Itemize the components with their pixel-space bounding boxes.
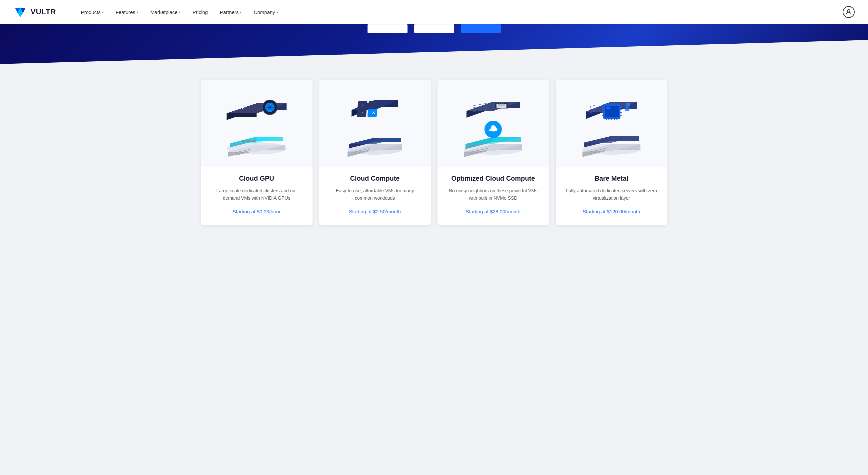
svg-rect-96 (606, 107, 611, 109)
products-grid: GPU (201, 80, 668, 225)
svg-rect-116 (626, 103, 630, 106)
cloud-gpu-desc: Large-scale dedicated clusters and on-de… (210, 187, 303, 202)
optimized-compute-price[interactable]: Starting at $28.00/month (466, 209, 521, 214)
chevron-down-icon: ▾ (136, 10, 138, 14)
user-menu[interactable] (843, 6, 855, 18)
svg-rect-110 (606, 119, 607, 120)
cloud-compute-content: Cloud Compute Easy-to-use, affordable VM… (319, 167, 431, 214)
chevron-down-icon: ▾ (179, 10, 181, 14)
svg-rect-97 (602, 107, 603, 108)
navbar: VULTR Products ▾ Features ▾ Marketplace … (0, 0, 868, 24)
svg-rect-102 (620, 109, 622, 110)
compute-svg-icon: + - ÷ × (342, 90, 408, 157)
cloud-compute-desc: Easy-to-use, affordable VMs for many com… (329, 187, 422, 202)
brand-name: VULTR (31, 8, 56, 16)
svg-rect-115 (625, 106, 629, 111)
svg-rect-106 (609, 103, 610, 104)
svg-point-91 (593, 105, 595, 106)
user-avatar-icon[interactable] (843, 6, 855, 18)
svg-point-3 (847, 10, 850, 12)
optimized-compute-content: Optimized Cloud Compute No noisy neighbo… (437, 167, 549, 214)
cloud-compute-title: Cloud Compute (350, 175, 400, 182)
nav-item-features[interactable]: Features ▾ (111, 7, 143, 18)
product-card-bare-metal[interactable]: Bare Metal Fully automated dedicated ser… (556, 80, 668, 225)
svg-rect-66 (496, 104, 506, 108)
svg-rect-99 (602, 112, 603, 113)
svg-rect-107 (611, 103, 612, 104)
svg-rect-26 (242, 140, 246, 142)
nav-item-pricing[interactable]: Pricing (188, 7, 213, 18)
svg-rect-105 (606, 103, 607, 104)
svg-text:×: × (372, 110, 375, 115)
chevron-down-icon: ▾ (240, 10, 242, 14)
products-section: GPU (0, 80, 868, 245)
bare-metal-desc: Fully automated dedicated servers with z… (565, 187, 658, 202)
svg-rect-112 (611, 119, 612, 120)
vultr-logo-icon (13, 5, 27, 19)
svg-rect-113 (614, 119, 615, 120)
svg-point-90 (590, 112, 591, 113)
gpu-svg-icon: GPU (222, 90, 291, 157)
cloud-gpu-illustration: GPU (201, 80, 313, 167)
cloud-gpu-price[interactable]: Starting at $0.03/hour (232, 209, 281, 214)
svg-text:GPU: GPU (237, 106, 245, 110)
nav-item-partners[interactable]: Partners ▾ (215, 7, 247, 18)
svg-rect-98 (602, 109, 603, 110)
optimized-compute-desc: No noisy neighbors on these powerful VMs… (447, 187, 540, 202)
nav-item-marketplace[interactable]: Marketplace ▾ (146, 7, 185, 18)
hero-section (0, 24, 868, 80)
logo[interactable]: VULTR (13, 5, 56, 19)
svg-point-92 (593, 108, 595, 109)
optimized-svg-icon (458, 90, 528, 157)
svg-rect-101 (620, 107, 622, 108)
svg-text:-: - (372, 102, 374, 107)
svg-rect-103 (620, 112, 622, 113)
svg-rect-111 (609, 119, 610, 120)
svg-marker-25 (226, 113, 256, 117)
hero-tab-3[interactable] (461, 24, 501, 33)
cloud-gpu-title: Cloud GPU (239, 175, 274, 182)
product-card-optimized-compute[interactable]: Optimized Cloud Compute No noisy neighbo… (437, 80, 549, 225)
bare-metal-content: Bare Metal Fully automated dedicated ser… (556, 167, 668, 214)
chevron-down-icon: ▾ (102, 10, 104, 14)
svg-rect-114 (616, 119, 617, 120)
bare-metal-title: Bare Metal (594, 175, 628, 182)
chevron-down-icon: ▾ (277, 10, 278, 14)
svg-rect-108 (614, 103, 615, 104)
optimized-compute-title: Optimized Cloud Compute (451, 175, 535, 182)
optimized-compute-illustration (437, 80, 549, 167)
svg-point-89 (590, 109, 591, 110)
svg-rect-104 (620, 115, 622, 116)
svg-rect-28 (252, 140, 256, 142)
svg-rect-100 (602, 115, 603, 116)
nav-links: Products ▾ Features ▾ Marketplace ▾ Pric… (76, 7, 843, 18)
cloud-compute-illustration: + - ÷ × (319, 80, 431, 167)
svg-point-88 (590, 106, 591, 108)
bare-metal-price[interactable]: Starting at $120.00/month (583, 209, 641, 214)
bare-metal-illustration (556, 80, 668, 167)
cloud-compute-price[interactable]: Starting at $2.50/month (349, 209, 401, 214)
product-card-cloud-gpu[interactable]: GPU (201, 80, 313, 225)
bare-metal-svg-icon (577, 90, 646, 157)
product-card-cloud-compute[interactable]: + - ÷ × Cloud Compute Easy-to-use, a (319, 80, 431, 225)
svg-point-93 (593, 110, 595, 112)
hero-tab-2[interactable] (414, 24, 454, 33)
svg-rect-109 (616, 103, 617, 104)
hero-tab-1[interactable] (368, 24, 407, 33)
nav-item-products[interactable]: Products ▾ (76, 7, 108, 18)
svg-text:÷: ÷ (362, 111, 364, 115)
svg-text:+: + (362, 102, 364, 107)
hero-tabs (13, 24, 855, 33)
svg-rect-27 (247, 140, 251, 142)
cloud-gpu-content: Cloud GPU Large-scale dedicated clusters… (201, 167, 313, 214)
nav-item-company[interactable]: Company ▾ (249, 7, 283, 18)
